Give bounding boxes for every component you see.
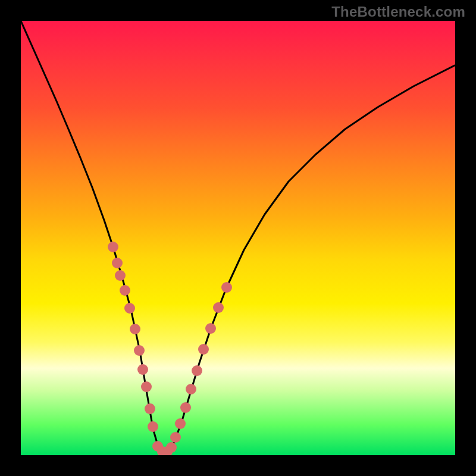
marker-dot [198,344,209,355]
marker-dot [186,384,196,394]
plot-region [21,21,455,455]
marker-dot [175,418,186,429]
marker-dot [205,323,216,334]
chart-container: TheBottleneck.com [0,0,476,476]
marker-dot [148,421,158,432]
marker-dot [112,258,123,268]
marker-dot [120,285,130,296]
marker-dot [108,242,118,252]
marker-dot [115,270,126,281]
marker-dot [170,432,181,443]
marker-dot [221,282,232,293]
marker-dot [145,403,155,414]
marker-dot [166,442,177,453]
curve-layer [21,21,455,452]
marker-layer [108,242,232,455]
marker-dot [137,364,148,375]
marker-dot [141,381,152,392]
marker-dot [192,365,202,376]
marker-dot [134,345,145,356]
marker-dot [124,303,135,314]
series-bottleneck-curve [21,21,455,452]
watermark-label: TheBottleneck.com [331,4,465,20]
marker-dot [130,324,140,334]
chart-svg [21,21,455,455]
marker-dot [213,302,224,313]
marker-dot [180,402,191,413]
